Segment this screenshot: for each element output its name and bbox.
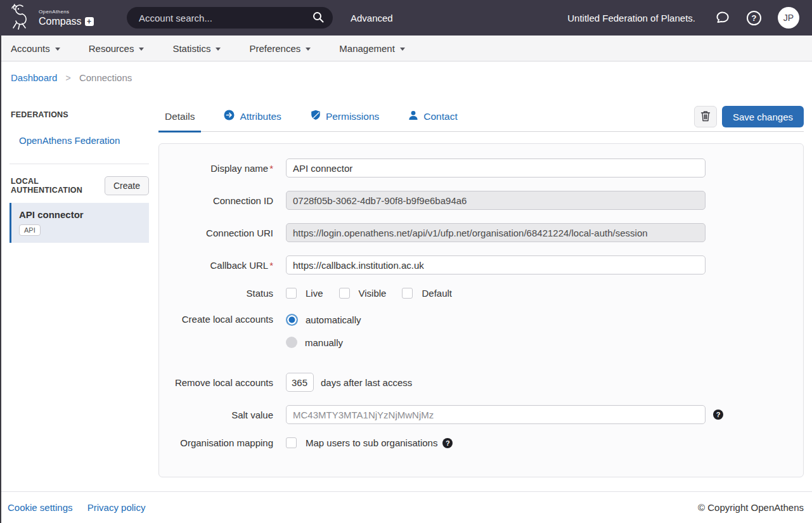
tab-label: Details (165, 111, 195, 122)
status-visible-checkbox[interactable] (339, 288, 350, 299)
connection-uri-input (286, 223, 706, 242)
status-default-label: Default (422, 288, 452, 299)
connection-id-label: Connection ID (159, 195, 273, 206)
connection-type-badge: API (19, 224, 41, 236)
chat-button[interactable] (714, 10, 730, 27)
local-authentication-heading: LOCAL AUTHENTICATION (11, 177, 105, 195)
nav-item-label: Preferences (249, 43, 300, 54)
manually-label: manually (305, 337, 343, 348)
salt-value-input[interactable] (286, 405, 706, 424)
sidebar-divider (10, 164, 149, 164)
top-header: OpenAthens Compass + Advanced Untit (0, 0, 812, 36)
openathens-owl-icon (9, 3, 34, 33)
window-edge (0, 36, 1, 523)
create-local-accounts-row: Create local accounts automatically manu… (159, 314, 803, 348)
tab-permissions[interactable]: Permissions (304, 103, 385, 131)
breadcrumb-separator: > (66, 73, 71, 83)
create-accounts-automatically-radio[interactable] (286, 314, 298, 326)
remove-days-input[interactable] (286, 373, 314, 392)
chevron-down-icon (400, 48, 405, 51)
app-window: OpenAthens Compass + Advanced Untit (0, 0, 812, 523)
tabs-row: Details Attributes (158, 103, 804, 132)
nav-item-label: Statistics (172, 43, 210, 54)
user-avatar[interactable]: JP (778, 7, 799, 29)
delete-connection-button[interactable] (694, 106, 717, 127)
search-submit-button[interactable] (312, 11, 325, 25)
create-connection-button[interactable]: Create (105, 176, 149, 195)
tab-label: Permissions (326, 111, 379, 122)
organisation-mapping-label: Organisation mapping (159, 437, 273, 448)
nav-item-preferences[interactable]: Preferences (240, 36, 319, 61)
copyright-text: © Copyright OpenAthens (698, 502, 804, 513)
tab-attributes[interactable]: Attributes (217, 103, 287, 131)
nav-item-label: Accounts (11, 43, 50, 54)
chevron-down-icon (139, 48, 144, 51)
status-visible-label: Visible (359, 288, 387, 299)
status-live-checkbox[interactable] (286, 288, 297, 299)
required-marker: * (269, 260, 273, 271)
shield-icon (311, 110, 321, 123)
chevron-down-icon (216, 48, 221, 51)
nav-item-label: Management (339, 43, 395, 54)
help-button[interactable]: ? (747, 11, 761, 25)
account-search-input[interactable] (138, 12, 312, 24)
breadcrumb-dashboard-link[interactable]: Dashboard (11, 72, 57, 83)
status-live-label: Live (306, 288, 323, 299)
sidebar-item-api-connector[interactable]: API connector API (10, 203, 149, 243)
trash-icon (700, 110, 711, 124)
nav-item-statistics[interactable]: Statistics (164, 36, 229, 61)
org-mapping-help-icon[interactable]: ? (442, 438, 453, 448)
main-nav: Accounts Resources Statistics Preference… (0, 36, 812, 61)
tab-bar: Details Attributes (158, 103, 464, 131)
org-mapping-checkbox[interactable] (286, 437, 297, 448)
breadcrumb: Dashboard > Connections (0, 61, 812, 91)
nav-item-accounts[interactable]: Accounts (2, 36, 69, 61)
nav-item-management[interactable]: Management (330, 36, 414, 61)
nav-item-resources[interactable]: Resources (80, 36, 153, 61)
salt-help-icon[interactable]: ? (713, 410, 723, 420)
tab-details[interactable]: Details (158, 103, 201, 131)
tab-label: Contact (423, 111, 457, 122)
details-form-card: Display name* Connection ID Connection U… (158, 143, 804, 477)
org-mapping-checkbox-label: Map users to sub organisations (306, 437, 437, 448)
callback-url-row: Callback URL* (159, 255, 803, 274)
footer-links: Cookie settings Privacy policy (8, 502, 157, 513)
page-actions: Save changes (694, 106, 804, 131)
federations-heading: FEDERATIONS (11, 110, 158, 119)
callback-url-input[interactable] (286, 255, 706, 274)
connection-uri-row: Connection URI (159, 223, 803, 242)
chevron-down-icon (55, 48, 60, 51)
callback-url-label: Callback URL* (159, 260, 273, 271)
brand-logo[interactable]: OpenAthens Compass + (9, 3, 127, 33)
chat-bubble-icon (714, 10, 730, 27)
search-icon (312, 11, 325, 25)
chevron-down-icon (306, 48, 311, 51)
display-name-input[interactable] (286, 158, 706, 178)
remove-local-accounts-label: Remove local accounts (159, 377, 273, 388)
organisation-mapping-row: Organisation mapping Map users to sub or… (159, 437, 803, 448)
tab-contact[interactable]: Contact (402, 103, 463, 131)
status-row: Status Live Visible Default (159, 288, 803, 299)
account-search-bar (127, 7, 333, 29)
brand-openathens-label: OpenAthens (39, 10, 94, 15)
salt-value-row: Salt value ? (159, 405, 803, 424)
privacy-policy-link[interactable]: Privacy policy (87, 502, 146, 513)
display-name-row: Display name* (159, 158, 803, 178)
advanced-search-link[interactable]: Advanced (351, 13, 393, 23)
content-area: FEDERATIONS OpenAthens Federation LOCAL … (0, 91, 812, 491)
status-default-checkbox[interactable] (402, 288, 413, 299)
save-changes-button[interactable]: Save changes (722, 106, 804, 127)
cookie-settings-link[interactable]: Cookie settings (8, 502, 73, 513)
connection-uri-label: Connection URI (159, 228, 273, 238)
create-accounts-manually-radio[interactable] (286, 337, 297, 348)
page-footer: Cookie settings Privacy policy © Copyrig… (0, 491, 812, 523)
required-marker: * (269, 163, 273, 174)
connection-id-row: Connection ID (159, 191, 803, 210)
federation-title: Untitled Federation of Planets. (567, 13, 695, 23)
main-panel: Details Attributes (158, 91, 812, 491)
nav-item-label: Resources (89, 43, 134, 54)
remove-days-suffix: days after last access (321, 377, 412, 388)
sidebar-item-openathens-federation[interactable]: OpenAthens Federation (19, 135, 120, 146)
brand-text: OpenAthens Compass + (39, 10, 94, 27)
create-local-accounts-label: Create local accounts (159, 314, 273, 325)
